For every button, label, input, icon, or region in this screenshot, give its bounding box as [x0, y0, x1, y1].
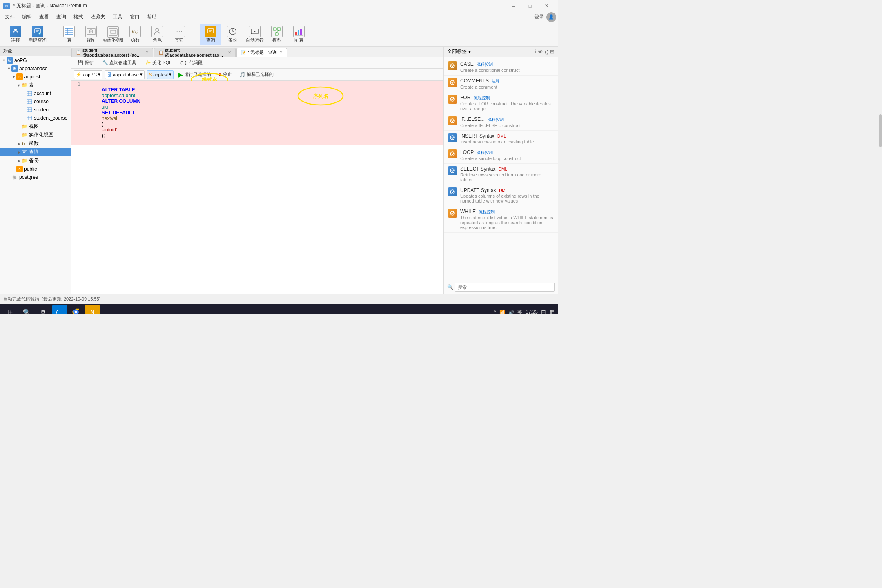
query-toolbar-button[interactable]: 查询: [200, 24, 221, 45]
minimize-button[interactable]: ─: [506, 0, 522, 12]
public-label: public: [24, 166, 37, 172]
role-icon: [151, 26, 163, 37]
menu-favorites[interactable]: 收藏夹: [87, 13, 109, 21]
menu-edit[interactable]: 编辑: [19, 13, 35, 21]
main-layout: 对象 ▼ aoPG ▼ 🗄 aopdatabase ▼ S aoptest ▼ …: [0, 47, 558, 294]
connection-value: aopPG: [83, 72, 97, 77]
sidebar-item-account[interactable]: ▶ account: [0, 89, 71, 98]
tab-student-2-label: student @aopdatabase.aoptest (ao...: [165, 48, 225, 58]
snippet-if-else[interactable]: IF...ELSE... 流程控制 Create a IF...ELSE... …: [444, 114, 558, 131]
tab-untitled-close[interactable]: ✕: [279, 50, 283, 55]
menu-format[interactable]: 格式: [70, 13, 87, 21]
menu-tools[interactable]: 工具: [109, 13, 126, 21]
snippet-for-icon: [448, 95, 457, 104]
menu-query[interactable]: 查询: [53, 13, 69, 21]
taskbar-search-button[interactable]: 🔍: [20, 305, 34, 314]
backup-button[interactable]: 备份: [222, 24, 243, 45]
taskbar-taskview-button[interactable]: ⧉: [36, 305, 51, 314]
snippet-insert[interactable]: INSERT Syntax DML Insert new rows into a…: [444, 131, 558, 147]
table-icon: [63, 26, 75, 37]
snippet-while[interactable]: WHILE 流程控制 The statement list within a W…: [444, 206, 558, 233]
snippet-while-icon: [448, 209, 457, 218]
model-button[interactable]: 模型: [266, 24, 287, 45]
snippet-search-input[interactable]: [455, 283, 555, 292]
menu-view[interactable]: 查看: [36, 13, 52, 21]
sidebar-item-aopdatabase[interactable]: ▼ 🗄 aopdatabase: [0, 65, 71, 73]
explain-button[interactable]: 🎵 解释已选择的: [237, 71, 276, 78]
tab-student-2-close[interactable]: ✕: [228, 50, 231, 55]
autorun-button[interactable]: 自动运行: [244, 24, 265, 45]
info-icon[interactable]: ℹ: [534, 49, 536, 55]
materialized-view-button[interactable]: 实体化视图: [102, 24, 124, 45]
bracket-icon[interactable]: (): [545, 49, 548, 55]
sidebar-item-course[interactable]: ▶ course: [0, 98, 71, 106]
beautify-sql-button[interactable]: ✨ 美化 SQL: [142, 58, 175, 67]
snippet-comments[interactable]: COMMENTS 注释 Create a comment: [444, 76, 558, 92]
sidebar-item-public[interactable]: ▶ S public: [0, 165, 71, 173]
snippet-select-tag: DML: [499, 167, 507, 172]
taskbar-windows-button[interactable]: ⊞: [3, 305, 18, 314]
sidebar-item-matviews-folder[interactable]: ▶ 📁 实体化视图: [0, 131, 71, 139]
run-selected-button[interactable]: ▶ 运行已选择的: [176, 71, 214, 79]
sidebar-item-postgres[interactable]: ▶ 🐘 postgres: [0, 173, 71, 181]
tab-untitled-query[interactable]: 📝 * 无标题 - 查询 ✕: [236, 48, 287, 57]
snippet-case[interactable]: CASE 流程控制 Create a conditional construct: [444, 59, 558, 76]
close-button[interactable]: ✕: [538, 0, 555, 12]
sidebar-item-student[interactable]: ▶ student: [0, 106, 71, 114]
sidebar-item-functions-folder[interactable]: ▶ fx 函数: [0, 139, 71, 148]
taskbar-chrome-button[interactable]: [69, 305, 83, 314]
snippet-select[interactable]: SELECT Syntax DML Retrieve rows selected…: [444, 164, 558, 185]
snippet-loop[interactable]: LOOP 流程控制 Create a simple loop construct: [444, 147, 558, 164]
queries-folder-icon: [21, 149, 28, 156]
tray-chevron[interactable]: ^: [494, 310, 496, 314]
tab-student-1[interactable]: 📋 student @aopdatabase.aoptest (ao... ✕: [71, 48, 153, 57]
other-button[interactable]: ⋯ 其它: [169, 24, 190, 45]
taskbar-navicat-button[interactable]: N: [85, 305, 100, 314]
sidebar-item-views-folder[interactable]: ▶ 📁 视图: [0, 122, 71, 131]
sidebar-item-queries-folder[interactable]: ▶ 查询: [0, 148, 71, 156]
sidebar-item-aoptest[interactable]: ▼ S aoptest: [0, 73, 71, 81]
tray-layout-btn[interactable]: ⊟: [541, 309, 546, 314]
chart-button[interactable]: 图表: [288, 24, 310, 45]
views-folder-label: 视图: [29, 123, 39, 130]
tray-layout-btn-2[interactable]: ▦: [549, 309, 555, 314]
sidebar-item-student-course[interactable]: ▶ student_course: [0, 114, 71, 122]
snippet-update[interactable]: UPDATE Syntax DML Updates columns of exi…: [444, 185, 558, 206]
snippet-comments-icon: [448, 78, 457, 87]
new-query-button[interactable]: 新建查询: [27, 24, 48, 45]
user-avatar[interactable]: 👤: [546, 12, 556, 22]
snippet-for[interactable]: FOR 流程控制 Create a FOR construct. The var…: [444, 92, 558, 114]
code-snippet-button[interactable]: () () 代码段: [177, 58, 206, 67]
function-button[interactable]: f(x) 函数: [125, 24, 146, 45]
save-button[interactable]: 💾 保存: [74, 58, 97, 67]
stop-button[interactable]: ■ 停止: [216, 71, 234, 78]
line-content-1[interactable]: ALTER TABLE aoptest.student ALTER COLUMN…: [84, 81, 443, 145]
svg-line-26: [277, 30, 279, 33]
maximize-button[interactable]: □: [522, 0, 538, 12]
grid-icon[interactable]: ⊞: [550, 49, 555, 55]
menu-file[interactable]: 文件: [2, 13, 18, 21]
tables-folder-icon: 📁: [21, 82, 28, 89]
schema-selector[interactable]: S aoptest ▾: [147, 70, 174, 79]
menu-window[interactable]: 窗口: [127, 13, 143, 21]
tab-student-2[interactable]: 📋 student @aopdatabase.aoptest (ao... ✕: [154, 48, 236, 57]
svg-text:fx: fx: [22, 141, 26, 146]
line-number-1: 1: [71, 81, 84, 87]
tree-arrow-tables: ▼: [16, 83, 21, 87]
title-bar: N * 无标题 - 查询 - Navicat Premium ─ □ ✕: [0, 0, 558, 12]
table-button[interactable]: 表: [58, 24, 80, 45]
code-editor[interactable]: 1 ALTER TABLE aoptest.student ALTER COLU…: [71, 81, 443, 294]
taskbar-edge-button[interactable]: [52, 305, 67, 314]
eye-icon[interactable]: 👁: [538, 49, 543, 55]
query-builder-button[interactable]: 🔧 查询创建工具: [99, 58, 140, 67]
menu-help[interactable]: 帮助: [144, 13, 160, 21]
sidebar-item-backup-folder[interactable]: ▶ 📁 备份: [0, 156, 71, 165]
database-selector[interactable]: 🗄 aopdatabase ▾: [105, 70, 145, 79]
view-button[interactable]: 视图: [80, 24, 102, 45]
tab-student-1-close[interactable]: ✕: [145, 50, 149, 55]
connection-selector[interactable]: ⚡ aopPG ▾: [74, 70, 102, 79]
role-button[interactable]: 角色: [147, 24, 168, 45]
sidebar-item-tables-folder[interactable]: ▼ 📁 表: [0, 81, 71, 89]
sidebar-item-aopPG[interactable]: ▼ aoPG: [0, 56, 71, 65]
connect-button[interactable]: 连接: [5, 24, 26, 45]
